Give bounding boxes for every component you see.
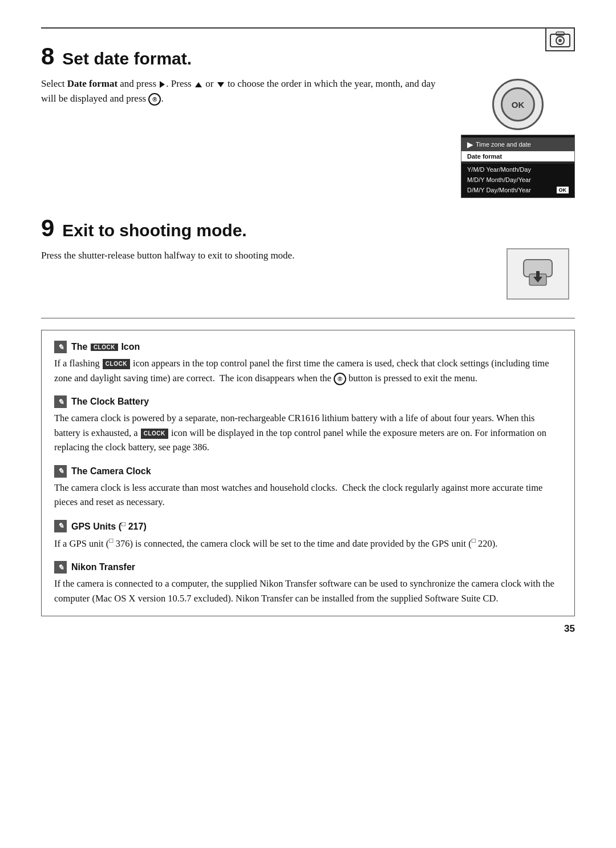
note-camera-clock-title: ✎ The Camera Clock <box>54 465 562 478</box>
note-icon-2: ✎ <box>54 395 67 408</box>
camera-svg-icon <box>549 31 571 48</box>
note-clock-icon: ✎ The CLOCK Icon If a flashing CLOCK ico… <box>54 341 562 385</box>
triangle-right-icon <box>160 81 165 88</box>
note-gps-units-label: GPS Units (□ 217) <box>71 520 147 532</box>
step9-image <box>501 248 575 300</box>
menu-header: ▶ Time zone and date <box>461 138 574 151</box>
note-nikon-transfer-body: If the camera is connected to a computer… <box>54 576 562 605</box>
page-number: 35 <box>564 623 575 635</box>
section-divider <box>41 318 575 318</box>
step9-layout: Press the shutter-release button halfway… <box>41 248 575 300</box>
menu-item-dmy-text: D/M/Y Day/Month/Year <box>467 187 531 193</box>
ok-icon-note1: ® <box>334 373 346 385</box>
note-camera-clock-body: The camera clock is less accurate than m… <box>54 480 562 510</box>
svg-point-7 <box>558 39 562 42</box>
ok-inner: OK <box>501 87 535 122</box>
menu-item-ymd: Y/M/D Year/Month/Day <box>461 164 574 175</box>
note-icon-3: ✎ <box>54 465 67 478</box>
note-nikon-transfer-label: Nikon Transfer <box>71 562 135 572</box>
menu-header-text: Time zone and date <box>476 141 531 148</box>
note-clock-icon-title: ✎ The CLOCK Icon <box>54 341 562 353</box>
note-clock-icon-label: The CLOCK Icon <box>71 342 140 352</box>
step9-heading: 9 Exit to shooting mode. <box>41 216 575 240</box>
step8-heading: 8 Set date format. <box>41 45 575 68</box>
triangle-down-icon <box>217 82 224 87</box>
shutter-svg <box>512 254 564 294</box>
step9-number: 9 <box>41 216 54 240</box>
gps-ref-icon-body2: □ <box>472 536 476 544</box>
step9-title: Exit to shooting mode. <box>62 221 246 240</box>
svg-rect-3 <box>536 271 540 279</box>
note-gps-units: ✎ GPS Units (□ 217) If a GPS unit (□ 376… <box>54 520 562 551</box>
note-gps-units-title: ✎ GPS Units (□ 217) <box>54 520 562 532</box>
menu-ok-badge: OK <box>557 187 569 193</box>
note-clock-battery-label: The Clock Battery <box>71 397 149 407</box>
triangle-up-icon <box>195 82 202 87</box>
step8-title: Set date format. <box>62 49 192 68</box>
clock-badge-body2: CLOCK <box>141 429 168 439</box>
gps-ref-icon-body1: □ <box>109 536 113 544</box>
note-clock-battery-body: The camera clock is powered by a separat… <box>54 411 562 455</box>
note-camera-clock: ✎ The Camera Clock The camera clock is l… <box>54 465 562 510</box>
note-clock-battery: ✎ The Clock Battery The camera clock is … <box>54 395 562 455</box>
step8-section: 8 Set date format. Select Date format an… <box>41 45 575 198</box>
gps-ref-icon: □ <box>121 520 125 528</box>
notes-box: ✎ The CLOCK Icon If a flashing CLOCK ico… <box>41 330 575 616</box>
ok-circle-icon: ® <box>148 93 161 106</box>
note-nikon-transfer: ✎ Nikon Transfer If the camera is connec… <box>54 561 562 605</box>
ok-button-illustration: OK <box>492 79 544 130</box>
note-clock-icon-body: If a flashing CLOCK icon appears in the … <box>54 356 562 385</box>
note-nikon-transfer-title: ✎ Nikon Transfer <box>54 561 562 574</box>
date-format-bold: Date format <box>67 78 117 89</box>
note-clock-battery-title: ✎ The Clock Battery <box>54 395 562 408</box>
step9-body: Press the shutter-release button halfway… <box>41 248 487 263</box>
page-container: 8 Set date format. Select Date format an… <box>0 0 616 651</box>
step8-layout: Select Date format and press . Press or … <box>41 76 575 198</box>
note-icon-4: ✎ <box>54 520 67 532</box>
note-gps-units-body: If a GPS unit (□ 376) is connected, the … <box>54 535 562 551</box>
note-icon-1: ✎ <box>54 341 67 353</box>
shutter-illustration <box>506 248 569 300</box>
menu-item-dmy: D/M/Y Day/Month/Year OK <box>461 185 574 195</box>
note-icon-5: ✎ <box>54 561 67 574</box>
menu-item-mdy: M/D/Y Month/Day/Year <box>461 175 574 185</box>
clock-badge-body1: CLOCK <box>103 359 130 369</box>
note-camera-clock-label: The Camera Clock <box>71 466 151 477</box>
top-border <box>41 27 575 29</box>
step8-images: OK ▶ Time zone and date Date format Y/M/… <box>461 79 575 198</box>
camera-corner-icon <box>545 27 575 51</box>
step8-number: 8 <box>41 45 54 68</box>
menu-item-date-format: Date format <box>461 151 574 161</box>
step8-body: Select Date format and press . Press or … <box>41 76 447 107</box>
menu-screenshot: ▶ Time zone and date Date format Y/M/D Y… <box>461 135 575 198</box>
clock-badge-title: CLOCK <box>91 344 118 351</box>
step9-section: 9 Exit to shooting mode. Press the shutt… <box>41 216 575 300</box>
